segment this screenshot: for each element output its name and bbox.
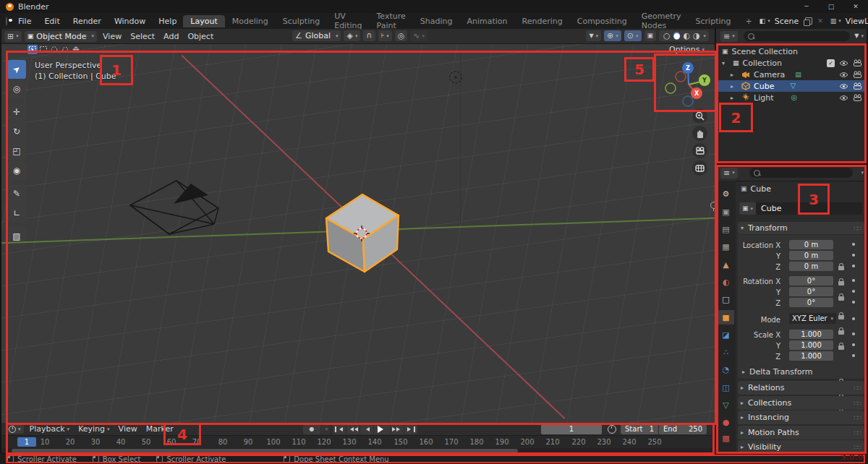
pivot-point-selector[interactable]: ◈ ▾: [344, 30, 360, 41]
circle-select-tool[interactable]: [49, 45, 59, 54]
rotation-y-field[interactable]: 0°: [789, 287, 833, 296]
cursor-tool-button[interactable]: ◎: [7, 80, 26, 98]
animate-dot-icon[interactable]: [852, 279, 855, 282]
zoom-button[interactable]: [692, 108, 707, 124]
disclosure-closed-icon[interactable]: ▸: [731, 95, 738, 101]
panel-instancing[interactable]: ▸ Instancing ∷∷: [738, 411, 864, 424]
timeline-menu-playback[interactable]: Playback▾: [25, 423, 75, 435]
keying-set-dropdown[interactable]: ▾: [321, 424, 330, 434]
viewport-menu-add[interactable]: Add: [159, 29, 183, 43]
pin-icon[interactable]: [710, 202, 718, 209]
pan-hand-button[interactable]: [692, 126, 707, 141]
use-preview-range-icon[interactable]: [608, 425, 616, 434]
end-frame-field[interactable]: End 250: [659, 424, 707, 434]
panel-relations[interactable]: ▸ Relations ∷∷: [738, 381, 864, 395]
outliner-row-collection[interactable]: ▾ ▦ Collection ✓: [716, 57, 867, 69]
animate-dot-icon[interactable]: [852, 265, 855, 267]
object-name-input[interactable]: Cube: [756, 202, 862, 215]
auto-keying-record-button[interactable]: ●: [303, 424, 320, 434]
tab-texture[interactable]: ▩: [718, 431, 734, 445]
disable-render-camera-icon[interactable]: [853, 82, 862, 90]
menu-edit[interactable]: Edit: [38, 17, 66, 26]
outliner-search-input[interactable]: [744, 31, 851, 41]
scale-y-field[interactable]: 1.000: [789, 340, 833, 350]
proportional-editing-toggle[interactable]: ◎: [395, 30, 408, 41]
timeline-ruler[interactable]: 1 10 20 30 40 50 60 70 80 90 100 110 120…: [1, 435, 715, 449]
delta-transform-subpanel[interactable]: ▸ Delta Transform: [742, 367, 813, 377]
animate-dot-icon[interactable]: [852, 301, 855, 304]
workspace-tab-layout[interactable]: Layout: [183, 15, 224, 27]
hide-eye-icon[interactable]: [839, 72, 848, 78]
minimize-button[interactable]: ─: [794, 0, 819, 13]
unlink-scene-icon[interactable]: ✕: [817, 17, 823, 25]
workspace-tab-scripting[interactable]: Scripting: [689, 15, 739, 27]
animate-dot-icon[interactable]: [852, 317, 855, 320]
jump-to-end-button[interactable]: [404, 424, 417, 434]
outliner-item-label[interactable]: Light: [754, 93, 773, 103]
tab-object[interactable]: ■: [718, 310, 734, 325]
rotate-tool-button[interactable]: ↻: [7, 122, 26, 141]
animate-dot-icon[interactable]: [852, 254, 855, 257]
shading-rendered-icon[interactable]: ◑: [693, 32, 700, 40]
menu-render[interactable]: Render: [67, 17, 108, 26]
cursor-tool-variant[interactable]: [71, 45, 81, 54]
panel-motion-paths[interactable]: ▸ Motion Paths ∷∷: [738, 426, 864, 439]
disable-render-camera-icon[interactable]: [853, 59, 862, 66]
outliner-filter-icon[interactable]: ▼: [854, 33, 859, 39]
animate-dot-icon[interactable]: [852, 343, 855, 346]
lock-icon[interactable]: [838, 266, 844, 270]
animate-dot-icon[interactable]: [852, 332, 855, 335]
camera-object[interactable]: [123, 173, 228, 242]
panel-grip-icon[interactable]: ∷∷: [854, 444, 861, 451]
workspace-tab-animation[interactable]: Animation: [459, 15, 514, 27]
viewport-menu-select[interactable]: Select: [126, 29, 159, 43]
panel-grip-icon[interactable]: ∷∷: [854, 384, 861, 392]
editor-type-selector[interactable]: ⊞ ▾: [4, 31, 22, 42]
blender-app-menu-icon[interactable]: [6, 17, 7, 26]
snap-toggle[interactable]: ∪: [363, 30, 375, 41]
timeline-menu-keying[interactable]: Keying▾: [74, 423, 114, 435]
prev-frame-button[interactable]: [360, 424, 373, 434]
hide-eye-icon[interactable]: [839, 95, 848, 101]
timeline-scrollbar-handle[interactable]: [12, 449, 518, 452]
tab-output[interactable]: ▤: [718, 222, 734, 236]
add-workspace-button[interactable]: +: [738, 15, 759, 27]
workspace-tab-rendering[interactable]: Rendering: [515, 15, 570, 27]
collection-checkbox[interactable]: ✓: [827, 59, 835, 67]
tab-view-layer[interactable]: ▦: [718, 239, 734, 254]
playhead-frame-badge[interactable]: 1: [17, 437, 36, 447]
move-tool-button[interactable]: ✛: [7, 103, 26, 121]
current-frame-field[interactable]: 1: [541, 424, 602, 434]
disable-render-camera-icon[interactable]: [853, 94, 862, 101]
outliner-display-mode[interactable]: ≡ ▾: [720, 31, 738, 42]
tab-physics[interactable]: ◔: [718, 362, 734, 377]
transform-panel-header[interactable]: ▾ Transform ∷∷: [738, 222, 864, 234]
outliner-row-camera[interactable]: ▸ Camera ▤: [716, 69, 867, 80]
tab-scene[interactable]: ▲: [718, 257, 734, 272]
outliner-item-label[interactable]: Scene Collection: [732, 47, 798, 56]
xray-toggle[interactable]: ▣: [644, 30, 657, 41]
hide-eye-icon[interactable]: [839, 83, 848, 90]
menu-window[interactable]: Window: [108, 17, 152, 26]
overlays-toggle[interactable]: ⊙ ▾: [624, 30, 642, 41]
outliner-row-scene-collection[interactable]: ▣ Scene Collection: [716, 46, 867, 57]
animate-dot-icon[interactable]: [852, 354, 855, 357]
disclosure-open-icon[interactable]: ▾: [722, 60, 729, 66]
menu-help[interactable]: Help: [152, 17, 183, 26]
animate-dot-icon[interactable]: [852, 290, 855, 293]
scene-selector[interactable]: ◧ ▾ Scene ✕: [760, 17, 823, 26]
location-z-field[interactable]: 0 m: [789, 262, 833, 271]
viewlayer-selector[interactable]: ▥ ▾ ViewLayer ✕: [830, 17, 868, 26]
navigation-gizmo[interactable]: Z Y X: [657, 56, 715, 110]
menu-file[interactable]: File: [12, 17, 38, 26]
prev-keyframe-button[interactable]: [346, 424, 359, 434]
location-y-field[interactable]: 0 m: [789, 251, 833, 260]
panel-collections[interactable]: ▸ Collections ∷∷: [738, 396, 864, 410]
outliner-item-label[interactable]: Cube: [754, 82, 774, 91]
next-keyframe-button[interactable]: [391, 424, 404, 434]
orthographic-toggle-button[interactable]: [692, 160, 707, 176]
tab-material[interactable]: ●: [718, 415, 734, 429]
cube-object[interactable]: [312, 184, 407, 282]
workspace-tab-shading[interactable]: Shading: [413, 15, 460, 27]
timeline-scroll-track[interactable]: [1, 448, 715, 453]
